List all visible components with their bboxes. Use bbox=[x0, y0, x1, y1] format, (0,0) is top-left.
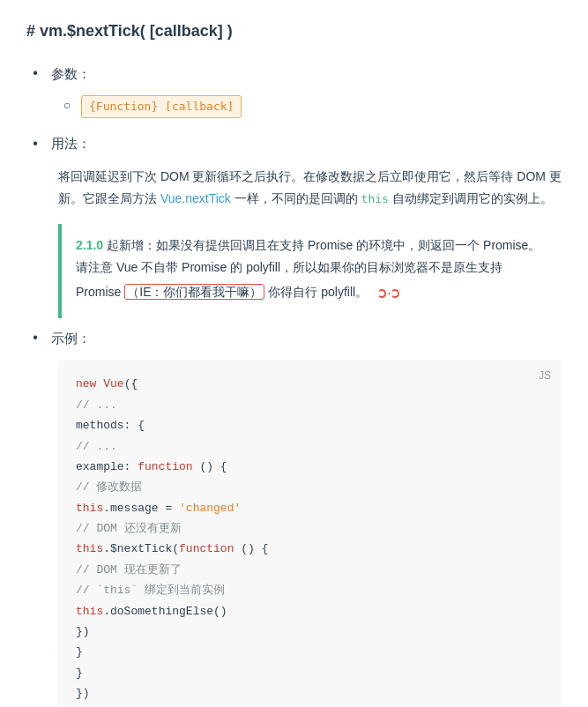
tip-version: 2.1.0 bbox=[76, 238, 103, 252]
code-line-16: }) bbox=[76, 683, 544, 703]
code-line-7: this.message = 'changed' bbox=[76, 498, 544, 518]
code-line-2: // ... bbox=[76, 395, 544, 415]
code-line-8: // DOM 还没有更新 bbox=[76, 518, 544, 539]
usage-label: 用法： bbox=[51, 132, 91, 155]
usage-text-part2: 一样，不同的是回调的 bbox=[234, 191, 358, 205]
example-bullet: 示例： bbox=[26, 327, 562, 350]
tip-text2: 你得自行 polyfill。 bbox=[268, 285, 368, 299]
tip-highlighted: （IE：你们都看我干嘛） bbox=[124, 284, 264, 300]
code-line-12: this.doSomethingElse() bbox=[76, 601, 544, 621]
vue-next-tick-ref: Vue.nextTick bbox=[160, 191, 231, 205]
code-line-14: } bbox=[76, 642, 544, 662]
example-bullet-dot bbox=[26, 329, 44, 346]
code-line-10: // DOM 现在更新了 bbox=[76, 560, 544, 580]
code-line-1: new Vue({ bbox=[76, 374, 544, 394]
code-line-9: this.$nextTick(function () { bbox=[76, 539, 544, 559]
code-line-3: methods: { bbox=[76, 415, 544, 435]
usage-text-part3: 自动绑定到调用它的实例上。 bbox=[392, 191, 553, 205]
params-list: ○ {Function} [callback] bbox=[58, 95, 562, 118]
code-block: JS new Vue({ // ... methods: { // ... ex… bbox=[58, 360, 562, 707]
params-label: 参数： bbox=[51, 63, 91, 86]
code-line-13: }) bbox=[76, 621, 544, 642]
param-tag: {Function} [callback] bbox=[81, 95, 242, 118]
this-keyword: this bbox=[361, 192, 389, 205]
usage-bullet: 用法： bbox=[26, 132, 562, 155]
tip-box: 2.1.0 起新增：如果没有提供回调且在支持 Promise 的环境中，则返回一… bbox=[58, 224, 562, 318]
usage-text: 将回调延迟到下次 DOM 更新循环之后执行。在修改数据之后立即使用它，然后等待 … bbox=[58, 166, 562, 210]
params-section: 参数： ○ {Function} [callback] bbox=[26, 63, 562, 119]
title-hash: # vm.$nextTick( [callback] ) bbox=[26, 22, 233, 40]
emoji-cursor: ↄ·ↄ bbox=[378, 279, 400, 307]
example-label: 示例： bbox=[51, 327, 91, 350]
code-lang: JS bbox=[539, 367, 551, 386]
code-line-6: // 修改数据 bbox=[76, 477, 544, 497]
sub-dot: ○ bbox=[58, 95, 76, 116]
usage-section: 用法： 将回调延迟到下次 DOM 更新循环之后执行。在修改数据之后立即使用它，然… bbox=[26, 132, 562, 210]
code-line-15: } bbox=[76, 663, 544, 683]
page-title: # vm.$nextTick( [callback] ) bbox=[26, 18, 562, 45]
param-item: ○ {Function} [callback] bbox=[58, 95, 562, 118]
code-line-11: // `this` 绑定到当前实例 bbox=[76, 580, 544, 600]
example-section: 示例： JS new Vue({ // ... methods: { // ..… bbox=[26, 327, 562, 707]
params-bullet: 参数： bbox=[26, 63, 562, 86]
bullet-dot bbox=[26, 64, 44, 82]
code-line-4: // ... bbox=[76, 436, 544, 457]
code-line-5: example: function () { bbox=[76, 457, 544, 477]
usage-bullet-dot bbox=[26, 134, 44, 152]
